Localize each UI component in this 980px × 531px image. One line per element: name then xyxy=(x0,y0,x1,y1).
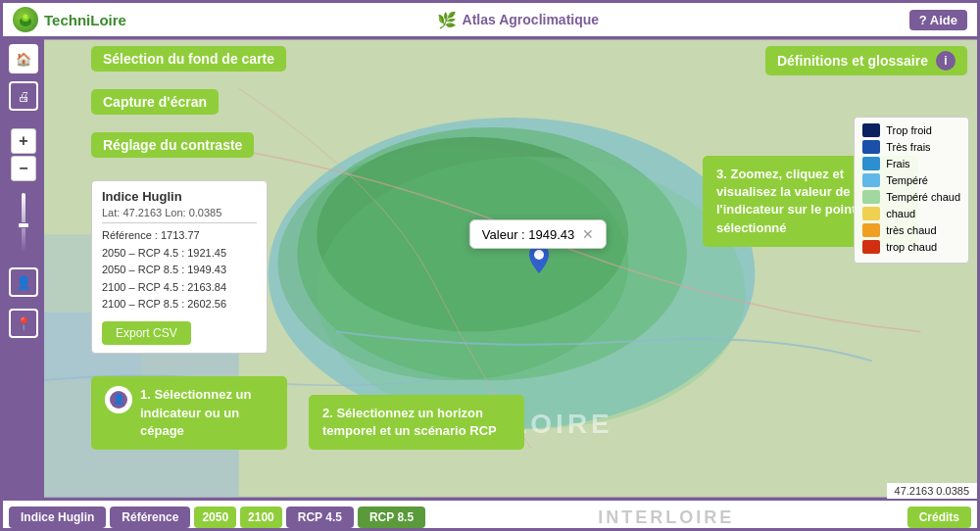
legend-color-swatch xyxy=(862,173,880,187)
svg-point-10 xyxy=(277,147,628,380)
map-pin xyxy=(527,244,551,277)
zoom-controls: + − xyxy=(11,128,36,181)
legend-color-swatch xyxy=(862,157,880,170)
tooltip-capture: Capture d'écran xyxy=(91,89,219,115)
logo-text: TechniLoire xyxy=(44,12,126,28)
logo-area: TechniLoire xyxy=(13,7,126,32)
legend-color-swatch xyxy=(862,140,880,154)
contrast-track xyxy=(22,193,25,252)
svg-point-11 xyxy=(534,250,544,260)
person-icon-button[interactable]: 👤 xyxy=(9,267,38,297)
contrast-handle[interactable] xyxy=(18,222,29,228)
legend-label: trop chaud xyxy=(886,241,937,253)
rcp45-button[interactable]: RCP 4.5 xyxy=(286,507,354,528)
coordinates-bottom-right: 47.2163 0.0385 xyxy=(887,483,977,499)
tooltip-fond-carte: Sélection du fond de carte xyxy=(91,46,286,72)
legend-item: très chaud xyxy=(862,223,960,237)
value-text: Valeur : 1949.43 xyxy=(482,227,574,242)
svg-point-2 xyxy=(24,15,28,20)
legend-label: Frais xyxy=(886,158,909,169)
tooltip-step2: 2. Sélectionnez un horizon temporel et u… xyxy=(309,395,524,450)
help-button[interactable]: ? Aide xyxy=(909,10,967,30)
year-2050-button[interactable]: 2050 xyxy=(194,507,236,528)
map-area[interactable]: Sélection du fond de carte Définitions e… xyxy=(44,38,977,499)
divider xyxy=(102,222,257,223)
print-button[interactable]: 🖨 xyxy=(9,81,38,111)
legend-label: Tempéré xyxy=(886,174,928,186)
legend-item: chaud xyxy=(862,207,960,220)
close-icon[interactable]: ✕ xyxy=(582,226,594,242)
year-2100-button[interactable]: 2100 xyxy=(240,507,282,528)
bottom-bar: Indice Huglin Référence 2050 2100 RCP 4.… xyxy=(3,499,977,531)
legend: Trop froidTrès fraisFraisTempéréTempéré … xyxy=(854,117,969,264)
info-icon: i xyxy=(936,51,956,71)
home-button[interactable]: 🏠 xyxy=(9,44,38,73)
indicator-button[interactable]: Indice Huglin xyxy=(9,507,106,528)
legend-label: Très frais xyxy=(886,141,930,153)
legend-label: très chaud xyxy=(886,224,936,236)
legend-item: Tempéré chaud xyxy=(862,190,960,204)
reference-button[interactable]: Référence xyxy=(110,507,190,528)
logo-icon xyxy=(13,7,38,32)
legend-color-swatch xyxy=(862,123,880,137)
legend-item: Frais xyxy=(862,157,960,170)
legend-color-swatch xyxy=(862,240,880,254)
legend-color-swatch xyxy=(862,207,880,220)
legend-color-swatch xyxy=(862,190,880,204)
data-lines: Référence : 1713.77 2050 – RCP 4.5 : 192… xyxy=(102,227,257,314)
coordinates-display: Lat: 47.2163 Lon: 0.0385 xyxy=(102,207,257,218)
tooltip-contraste: Réglage du contraste xyxy=(91,132,254,158)
atlas-title: Atlas Agroclimatique xyxy=(463,12,600,27)
left-panel: 🏠 🖨 + − 👤 📍 xyxy=(3,38,44,499)
legend-item: Très frais xyxy=(862,140,960,154)
location-icon-button[interactable]: 📍 xyxy=(9,309,38,338)
zoom-out-button[interactable]: − xyxy=(11,156,36,181)
atlas-icon: 🌿 xyxy=(437,11,457,29)
legend-label: Trop froid xyxy=(886,124,932,136)
legend-item: Trop froid xyxy=(862,123,960,137)
export-csv-button[interactable]: Export CSV xyxy=(102,321,191,345)
contrast-slider[interactable] xyxy=(22,193,25,252)
legend-label: Tempéré chaud xyxy=(886,191,960,203)
step1-icon: 👤 xyxy=(105,386,132,413)
person-indicator-icon: 👤 xyxy=(110,391,127,409)
tooltip-step1: 👤 1. Sélectionnez un indicateur ou un cé… xyxy=(91,376,287,450)
legend-color-swatch xyxy=(862,223,880,237)
info-panel: Indice Huglin Lat: 47.2163 Lon: 0.0385 R… xyxy=(91,180,268,354)
value-popup: Valeur : 1949.43 ✕ xyxy=(469,219,607,249)
legend-item: Tempéré xyxy=(862,173,960,187)
header-center: 🌿 Atlas Agroclimatique xyxy=(126,11,909,29)
tooltip-definitions: Définitions et glossaire i xyxy=(765,46,967,75)
main-container: 🏠 🖨 + − 👤 📍 xyxy=(3,38,977,499)
interloire-watermark-bottom: INTERLOIRE xyxy=(598,507,734,528)
rcp85-button[interactable]: RCP 8.5 xyxy=(358,507,425,528)
zoom-in-button[interactable]: + xyxy=(11,128,36,154)
legend-label: chaud xyxy=(886,208,915,219)
legend-item: trop chaud xyxy=(862,240,960,254)
indicator-title: Indice Huglin xyxy=(102,189,257,204)
header: TechniLoire 🌿 Atlas Agroclimatique ? Aid… xyxy=(3,3,977,38)
credits-button[interactable]: Crédits xyxy=(907,507,971,528)
